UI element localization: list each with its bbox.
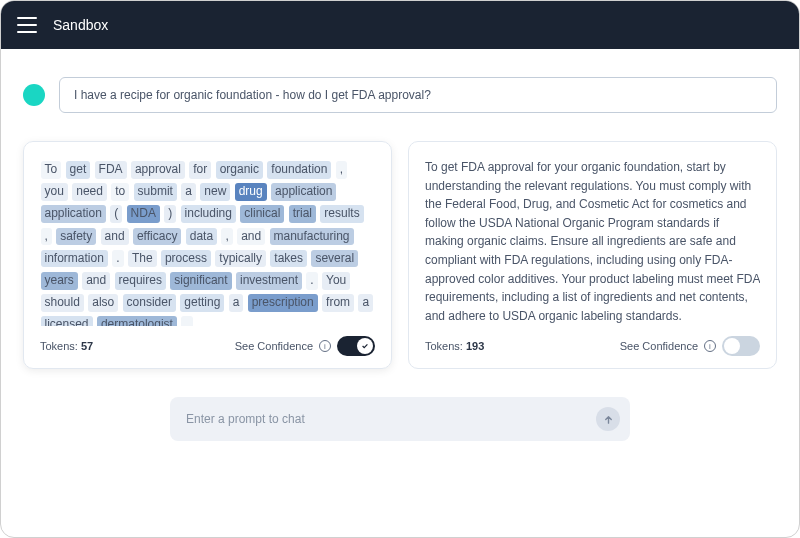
token: ) [164,205,176,223]
token: . [181,316,192,326]
arrow-up-icon [603,414,614,425]
user-avatar [23,84,45,106]
response-panel-left: To get FDA approval for organic foundati… [23,141,392,369]
panel-footer: Tokens: 57 See Confidence i [40,336,375,356]
token: , [336,161,347,179]
prompt-display[interactable]: I have a recipe for organic foundation -… [59,77,777,113]
paragraph: To get FDA approval for your organic fou… [425,158,760,325]
token: licensed [41,316,93,326]
token: manufacturing [270,228,354,246]
page-title: Sandbox [53,17,108,33]
token: drug [235,183,267,201]
confidence-toggle[interactable] [722,336,760,356]
token: ( [110,205,122,223]
confidence-label: See Confidence [235,340,313,352]
confidence-label: See Confidence [620,340,698,352]
token: clinical [240,205,284,223]
token: including [181,205,236,223]
token: years [41,272,78,290]
token: prescription [248,294,318,312]
token: a [229,294,244,312]
token: significant [170,272,231,290]
token: efficacy [133,228,181,246]
token: data [186,228,217,246]
token: process [161,250,211,268]
token: for [189,161,211,179]
token: . [112,250,123,268]
token-stream: To get FDA approval for organic foundati… [40,158,375,326]
token: several [311,250,358,268]
send-button[interactable] [596,407,620,431]
token: investment [236,272,302,290]
chat-input-row: Enter a prompt to chat [23,397,777,441]
token: consider [123,294,176,312]
token: To [41,161,62,179]
token: from [322,294,354,312]
token: FDA [95,161,127,179]
confidence-control: See Confidence i [235,336,375,356]
token: typically [215,250,266,268]
token: and [101,228,129,246]
token: You [322,272,350,290]
hamburger-menu-icon[interactable] [17,17,37,33]
token: need [72,183,107,201]
token: dermatologist [97,316,177,326]
info-icon[interactable]: i [704,340,716,352]
chat-placeholder: Enter a prompt to chat [186,412,305,426]
token: results [320,205,363,223]
token-count-label: Tokens: 193 [425,340,484,352]
token: trial [289,205,316,223]
token: submit [134,183,177,201]
token: getting [180,294,224,312]
token: and [237,228,265,246]
token: application [41,205,106,223]
token: application [271,183,336,201]
chat-input[interactable]: Enter a prompt to chat [170,397,630,441]
token: foundation [267,161,331,179]
token: you [41,183,68,201]
token: a [181,183,196,201]
token: safety [56,228,96,246]
check-icon [361,342,369,350]
token: get [66,161,91,179]
token: takes [270,250,307,268]
token: NDA [127,205,160,223]
response-panels: To get FDA approval for organic foundati… [23,141,777,369]
info-icon[interactable]: i [319,340,331,352]
app-header: Sandbox [1,1,799,49]
panel-footer: Tokens: 193 See Confidence i [425,336,760,356]
token: should [41,294,84,312]
token: also [88,294,118,312]
token: and [82,272,110,290]
token: requires [115,272,166,290]
token: . [306,272,317,290]
confidence-control: See Confidence i [620,336,760,356]
token: The [128,250,157,268]
token: information [41,250,108,268]
token: approval [131,161,185,179]
response-text: To get FDA approval for your organic fou… [425,158,760,326]
token: , [41,228,52,246]
token: new [200,183,230,201]
confidence-toggle[interactable] [337,336,375,356]
token-count-label: Tokens: 57 [40,340,93,352]
prompt-row: I have a recipe for organic foundation -… [23,77,777,113]
token: a [358,294,373,312]
main-content: I have a recipe for organic foundation -… [1,49,799,457]
token: , [221,228,232,246]
token: to [111,183,129,201]
token: organic [216,161,263,179]
response-panel-right: To get FDA approval for your organic fou… [408,141,777,369]
